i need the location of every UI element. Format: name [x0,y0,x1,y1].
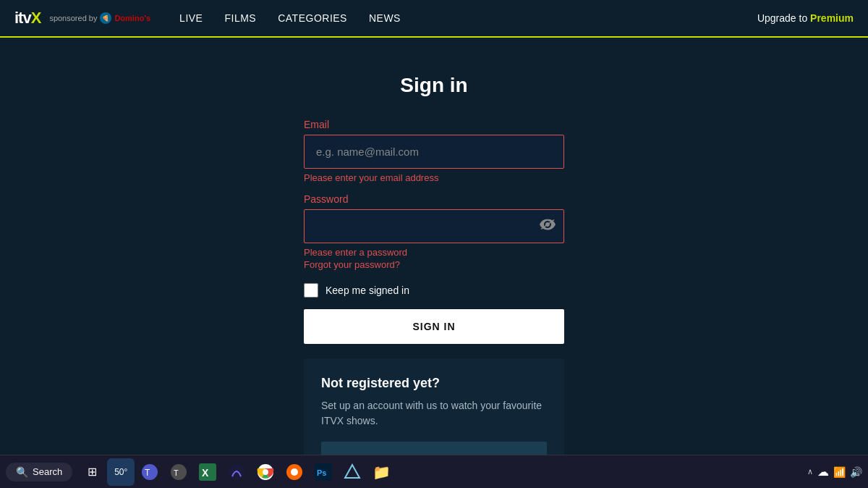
tray-volume-icon[interactable]: 🔊 [850,466,862,478]
taskbar: 🔍 Search ⊞ 50° T T X [0,455,868,488]
dominos-name: Domino's [114,14,150,22]
logo-x-text: X [31,9,41,27]
logo-area: itvX sponsored by 🍕 Domino's [14,9,150,28]
taskbar-system-tray: ∧ ☁ 📶 🔊 [807,465,862,479]
password-group: Password Please enter a password Forgot … [304,193,564,270]
svg-text:T: T [174,468,179,477]
toggle-password-icon[interactable] [540,219,556,234]
taskbar-icon-app1[interactable] [281,458,308,486]
signin-container: Sign in Email Please enter your email ad… [304,74,564,488]
itvx-logo[interactable]: itvX [14,9,41,28]
nav-link-films[interactable]: FILMS [224,12,256,24]
upgrade-area[interactable]: Upgrade to Premium [757,12,854,24]
taskbar-icon-chrome[interactable] [252,458,279,486]
main-content: Sign in Email Please enter your email ad… [0,38,868,488]
keep-signed-in-area: Keep me signed in [304,283,564,298]
signin-button[interactable]: SIGN IN [304,309,564,344]
tray-expand-icon[interactable]: ∧ [807,467,813,476]
tray-onedrive-icon[interactable]: ☁ [817,465,829,479]
taskbar-icons: ⊞ 50° T T X Ps [78,458,395,486]
email-group: Email Please enter your email address [304,119,564,183]
forgot-password-link[interactable]: Forgot your password? [304,259,564,270]
register-box-title: Not registered yet? [321,376,547,391]
search-icon: 🔍 [16,466,28,478]
logo-itv-text: itv [14,9,31,27]
taskbar-icon-taskview[interactable]: ⊞ [78,458,106,486]
taskbar-icon-teams[interactable]: T [165,458,192,486]
dominos-icon: 🍕 [100,12,111,24]
search-label: Search [33,466,62,477]
svg-text:X: X [202,467,209,479]
nav-link-categories[interactable]: CATEGORIES [278,12,347,24]
nav-links: LIVE FILMS CATEGORIES NEWS [179,12,757,24]
tray-wifi-icon[interactable]: 📶 [833,466,846,478]
sponsored-by: sponsored by 🍕 Domino's [49,12,150,24]
sponsored-label: sponsored by [49,14,97,22]
signin-title: Sign in [304,74,564,97]
svg-text:T: T [145,468,150,478]
nav-link-live[interactable]: LIVE [179,12,203,24]
password-error: Please enter a password [304,247,564,258]
taskbar-icon-arc[interactable] [223,458,250,486]
taskbar-right: ∧ ☁ 📶 🔊 [807,465,862,479]
taskbar-icon-teams-video[interactable]: T [136,458,163,486]
password-label: Password [304,193,564,205]
email-label: Email [304,119,564,130]
premium-label: Premium [810,12,854,24]
taskbar-icon-excel[interactable]: X [194,458,221,486]
taskbar-icon-folder[interactable]: 📁 [367,458,395,486]
upgrade-text: Upgrade to [757,12,807,24]
keep-signed-in-label[interactable]: Keep me signed in [326,285,409,296]
password-input[interactable] [304,209,564,243]
nav-link-news[interactable]: NEWS [369,12,401,24]
svg-point-10 [263,469,268,475]
svg-point-12 [291,468,298,476]
taskbar-icon-weather[interactable]: 50° [107,458,135,486]
email-error: Please enter your email address [304,172,564,183]
keep-signed-in-checkbox[interactable] [304,283,318,298]
register-box-description: Set up an account with us to watch your … [321,398,547,429]
taskbar-icon-app2[interactable] [339,458,366,486]
password-wrapper [304,209,564,243]
nav-bar: itvX sponsored by 🍕 Domino's LIVE FILMS … [0,0,868,38]
email-input[interactable] [304,135,564,169]
taskbar-search[interactable]: 🔍 Search [6,463,72,481]
taskbar-icon-photoshop[interactable]: Ps [310,458,337,486]
svg-text:Ps: Ps [317,468,326,477]
